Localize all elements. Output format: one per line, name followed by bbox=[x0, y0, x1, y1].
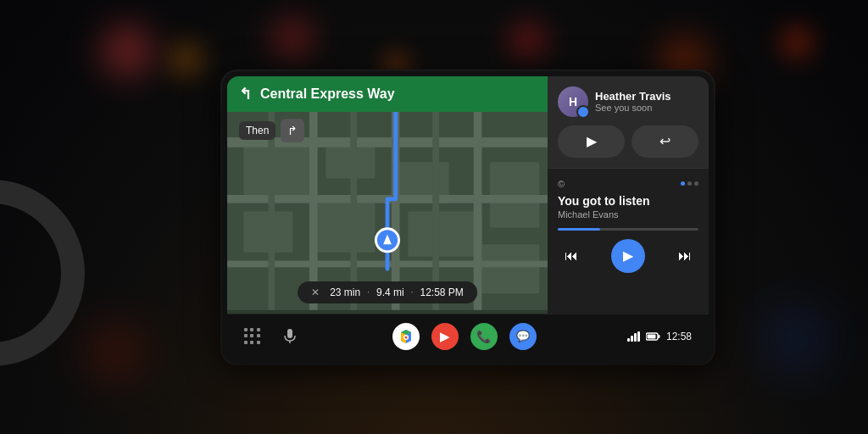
svg-rect-26 bbox=[631, 336, 633, 342]
music-play-button[interactable]: ▶ bbox=[611, 239, 645, 273]
svg-rect-2 bbox=[243, 145, 309, 194]
apps-grid-button[interactable] bbox=[244, 328, 261, 345]
screen-inner: ↰ Central Express Way Then ↱ ✕ 23 min · … bbox=[227, 76, 709, 359]
svg-rect-30 bbox=[658, 335, 659, 338]
taskbar: ▶ 📞 💬 bbox=[227, 314, 709, 359]
eta-separator-1: · bbox=[367, 287, 370, 297]
svg-rect-15 bbox=[474, 80, 482, 309]
caller-name: Heather Travis bbox=[595, 90, 698, 103]
music-title: You got to listen bbox=[558, 194, 698, 208]
grid-dot bbox=[244, 334, 248, 337]
screen-bezel: ↰ Central Express Way Then ↱ ✕ 23 min · … bbox=[222, 71, 714, 364]
music-dot-2 bbox=[687, 181, 692, 186]
music-header: © bbox=[558, 179, 698, 189]
caller-message: See you soon bbox=[595, 103, 698, 113]
svg-rect-9 bbox=[474, 244, 540, 293]
maps-app-button[interactable] bbox=[392, 323, 420, 350]
call-card: H Heather Travis See you soon ▶ ↩ bbox=[548, 76, 709, 169]
nav-street-name: Central Express Way bbox=[260, 86, 536, 102]
taskbar-right: 12:58 bbox=[627, 331, 692, 342]
svg-rect-6 bbox=[309, 203, 376, 252]
battery-icon bbox=[646, 331, 661, 342]
youtube-music-button[interactable]: ▶ bbox=[431, 323, 459, 350]
caller-avatar: H bbox=[558, 86, 588, 117]
mic-icon bbox=[283, 329, 297, 344]
svg-rect-7 bbox=[408, 211, 481, 256]
music-progress-fill bbox=[558, 228, 600, 231]
map-section: ↰ Central Express Way Then ↱ ✕ 23 min · … bbox=[227, 76, 548, 314]
right-panel: H Heather Travis See you soon ▶ ↩ bbox=[548, 76, 709, 314]
decline-button[interactable]: ↩ bbox=[632, 125, 698, 158]
svg-rect-28 bbox=[637, 331, 640, 342]
grid-dot bbox=[257, 334, 260, 337]
answer-button[interactable]: ▶ bbox=[558, 125, 625, 158]
maps-icon bbox=[398, 328, 415, 345]
music-controls: ⏮ ▶ ⏭ bbox=[558, 239, 698, 273]
svg-point-24 bbox=[404, 336, 407, 338]
grid-dot bbox=[257, 328, 260, 331]
music-card: © You got to listen Michael Evans bbox=[548, 169, 709, 314]
call-header: H Heather Travis See you soon bbox=[558, 86, 698, 117]
grid-dot bbox=[250, 334, 253, 337]
taskbar-center: ▶ 📞 💬 bbox=[392, 323, 537, 350]
nav-turn-arrow-icon: ↰ bbox=[239, 85, 252, 103]
svg-rect-17 bbox=[350, 80, 357, 309]
eta-separator-2: · bbox=[411, 287, 414, 297]
play-icon: ▶ bbox=[587, 133, 597, 149]
music-dot-1 bbox=[681, 181, 685, 186]
music-source-icon: © bbox=[558, 179, 565, 189]
grid-dot bbox=[250, 328, 253, 331]
messages-button[interactable]: 💬 bbox=[509, 323, 537, 350]
nav-header: ↰ Central Express Way bbox=[227, 76, 548, 112]
signal-icon bbox=[627, 331, 641, 342]
main-content-area: ↰ Central Express Way Then ↱ ✕ 23 min · … bbox=[227, 76, 709, 314]
music-dot-3 bbox=[694, 181, 698, 186]
svg-rect-18 bbox=[432, 80, 439, 309]
current-time: 12:58 bbox=[666, 331, 692, 342]
then-label: Then bbox=[239, 121, 275, 140]
caller-info: Heather Travis See you soon bbox=[595, 90, 698, 113]
svg-rect-21 bbox=[287, 329, 292, 338]
svg-rect-31 bbox=[647, 334, 655, 338]
taskbar-left bbox=[244, 325, 302, 348]
next-button[interactable]: ⏭ bbox=[671, 242, 698, 270]
grid-dot bbox=[244, 328, 248, 331]
eta-bar: ✕ 23 min · 9.4 mi · 12:58 PM bbox=[298, 281, 477, 303]
call-actions: ▶ ↩ bbox=[558, 125, 698, 158]
reply-icon: ↩ bbox=[659, 133, 670, 149]
music-artist: Michael Evans bbox=[558, 209, 698, 220]
map-svg bbox=[227, 76, 548, 314]
svg-rect-25 bbox=[627, 338, 630, 342]
phone-button[interactable]: 📞 bbox=[470, 323, 498, 350]
then-section: Then ↱ bbox=[239, 119, 304, 142]
then-turn-icon: ↱ bbox=[281, 119, 304, 142]
svg-rect-16 bbox=[268, 80, 275, 309]
grid-dot bbox=[257, 341, 260, 344]
music-progress-bar bbox=[558, 228, 698, 231]
eta-distance: 9.4 mi bbox=[376, 287, 404, 298]
prev-button[interactable]: ⏮ bbox=[558, 242, 585, 270]
eta-close-icon: ✕ bbox=[311, 287, 320, 298]
grid-dot bbox=[244, 341, 248, 344]
grid-dot bbox=[250, 341, 253, 344]
eta-arrival: 12:58 PM bbox=[420, 287, 463, 298]
svg-rect-13 bbox=[309, 80, 318, 309]
svg-rect-27 bbox=[634, 333, 637, 342]
eta-time: 23 min bbox=[330, 287, 360, 298]
music-progress-dots bbox=[681, 181, 698, 186]
android-auto-screen: ↰ Central Express Way Then ↱ ✕ 23 min · … bbox=[222, 71, 714, 364]
voice-button[interactable] bbox=[278, 325, 302, 348]
